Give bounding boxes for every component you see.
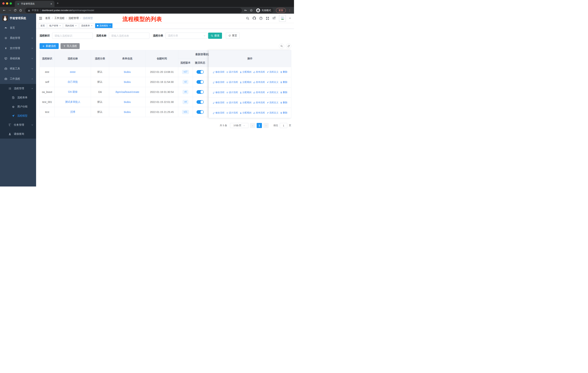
search-button[interactable]: 搜索	[208, 33, 222, 39]
action-user-link[interactable]: 分配规则	[240, 111, 252, 114]
close-window-button[interactable]	[2, 2, 5, 5]
sidebar-item-5[interactable]: 工作流程	[0, 74, 36, 84]
sidebar-item-6[interactable]: 流程管理	[0, 84, 36, 93]
process-name-input[interactable]	[109, 33, 149, 39]
new-tab-button[interactable]: +	[57, 1, 59, 6]
back-icon[interactable]: ←	[2, 9, 7, 12]
action-pencil-link[interactable]: 修改流程	[213, 91, 225, 94]
refresh-table-button[interactable]	[286, 43, 291, 49]
breadcrumb-workflow[interactable]: 工作流程	[54, 17, 64, 20]
action-gear-link[interactable]: 设计流程	[226, 91, 238, 94]
prev-page-button[interactable]: ‹	[250, 123, 255, 128]
minimize-window-button[interactable]	[6, 2, 8, 5]
reload-icon[interactable]	[13, 9, 18, 12]
toggle-search-button[interactable]	[279, 43, 284, 49]
key-icon[interactable]	[244, 9, 247, 12]
action-user-link[interactable]: 分配规则	[240, 101, 252, 104]
action-paperclip-link[interactable]: 流程定义	[267, 81, 279, 84]
action-trash-link[interactable]: 删除	[280, 91, 287, 94]
form-link[interactable]: biubiu	[124, 71, 131, 73]
sidebar-item-8[interactable]: 用户分组	[0, 102, 36, 111]
home-icon[interactable]	[18, 9, 23, 12]
action-hand-link[interactable]: 发布流程	[253, 111, 265, 114]
action-trash-link[interactable]: 删除	[280, 71, 287, 74]
forward-icon[interactable]: →	[7, 9, 12, 12]
process-name-link[interactable]: 测试多审批人	[65, 100, 80, 103]
tag-close-icon[interactable]: ×	[109, 24, 111, 27]
process-name-link[interactable]: 自己审批	[68, 80, 78, 83]
action-pencil-link[interactable]: 修改流程	[213, 71, 225, 74]
active-toggle[interactable]	[197, 90, 204, 94]
view-tag-4[interactable]: 流程模型×	[95, 23, 113, 28]
version-badge[interactable]: v21	[182, 110, 189, 114]
action-hand-link[interactable]: 发布流程	[253, 101, 265, 104]
form-link[interactable]: biubiu	[124, 111, 131, 113]
action-gear-link[interactable]: 设计流程	[226, 111, 238, 114]
breadcrumb-process-mgmt[interactable]: 流程管理	[69, 17, 79, 20]
page-1-button[interactable]: 1	[257, 123, 262, 128]
sidebar-item-2[interactable]: ¥支付管理	[0, 43, 36, 53]
sidebar-item-1[interactable]: 系统管理	[0, 33, 36, 43]
sidebar-item-3[interactable]: 基础设施	[0, 53, 36, 64]
form-link[interactable]: biubiu	[124, 81, 131, 83]
action-gear-link[interactable]: 设计流程	[226, 71, 238, 74]
action-trash-link[interactable]: 删除	[280, 81, 287, 84]
update-button[interactable]: 更新	[276, 8, 286, 13]
tag-close-icon[interactable]: ×	[75, 24, 77, 27]
action-user-link[interactable]: 分配规则	[240, 81, 252, 84]
sidebar-item-11[interactable]: 请假查询	[0, 130, 36, 139]
tag-close-icon[interactable]: ×	[91, 24, 92, 27]
browser-tab[interactable]: 芋道管理系统 ✕	[15, 1, 54, 7]
version-badge[interactable]: v5	[183, 90, 188, 94]
avatar[interactable]	[279, 15, 286, 22]
fullscreen-icon[interactable]	[266, 17, 269, 20]
help-icon[interactable]	[259, 17, 263, 20]
sidebar-item-0[interactable]: 首页	[0, 23, 36, 33]
tag-close-icon[interactable]: ×	[59, 24, 61, 27]
action-trash-link[interactable]: 删除	[280, 101, 287, 104]
sidebar-item-7[interactable]: 流程表单	[0, 93, 36, 102]
action-pencil-link[interactable]: 修改流程	[213, 81, 225, 84]
action-pencil-link[interactable]: 修改流程	[213, 111, 225, 114]
reset-button[interactable]: 重置	[226, 33, 240, 39]
browser-menu-icon[interactable]: ⋮	[288, 9, 291, 12]
action-hand-link[interactable]: 发布流程	[253, 91, 265, 94]
active-toggle[interactable]	[197, 80, 204, 84]
view-tag-2[interactable]: 我的流程×	[63, 23, 78, 28]
github-icon[interactable]	[252, 16, 256, 20]
action-paperclip-link[interactable]: 流程定义	[267, 101, 279, 104]
process-id-input[interactable]	[52, 33, 93, 39]
action-gear-link[interactable]: 设计流程	[226, 101, 238, 104]
next-page-button[interactable]: ›	[263, 123, 269, 128]
action-paperclip-link[interactable]: 流程定义	[267, 71, 279, 74]
form-link[interactable]: /bpm/oa/leave/create	[115, 91, 139, 93]
action-gear-link[interactable]: 设计流程	[226, 81, 238, 84]
action-hand-link[interactable]: 发布流程	[253, 71, 265, 74]
process-name-link[interactable]: 滔博	[70, 110, 75, 113]
goto-page-input[interactable]	[280, 123, 287, 128]
category-select[interactable]: 流程分类	[166, 33, 208, 39]
sidebar-fold-icon[interactable]	[39, 17, 42, 20]
process-name-link[interactable]: eeee	[70, 71, 75, 73]
zoom-window-button[interactable]	[10, 2, 12, 5]
action-hand-link[interactable]: 发布流程	[253, 81, 265, 84]
action-pencil-link[interactable]: 修改流程	[213, 101, 225, 104]
action-paperclip-link[interactable]: 流程定义	[267, 91, 279, 94]
view-tag-3[interactable]: 流程表单×	[79, 23, 94, 28]
sidebar-item-9[interactable]: 流程模型	[0, 111, 36, 120]
address-bar[interactable]: 不安全 dashboard.yudao.iocoder.cn/bpm/manag…	[25, 8, 242, 13]
import-process-button[interactable]: 导入流程	[61, 43, 80, 49]
font-size-icon[interactable]	[272, 16, 276, 20]
version-badge[interactable]: v4	[183, 100, 188, 104]
tab-close-icon[interactable]: ✕	[50, 2, 52, 5]
active-toggle[interactable]	[197, 100, 204, 104]
view-tag-1[interactable]: 租户管理×	[48, 23, 63, 28]
active-toggle[interactable]	[197, 70, 204, 74]
version-badge[interactable]: v2	[183, 80, 188, 84]
search-icon[interactable]	[246, 17, 249, 20]
form-link[interactable]: biubiu	[124, 101, 131, 103]
security-label[interactable]: 不安全	[32, 9, 39, 12]
action-user-link[interactable]: 分配规则	[240, 71, 252, 74]
active-toggle[interactable]	[197, 110, 204, 114]
action-paperclip-link[interactable]: 流程定义	[267, 111, 279, 114]
